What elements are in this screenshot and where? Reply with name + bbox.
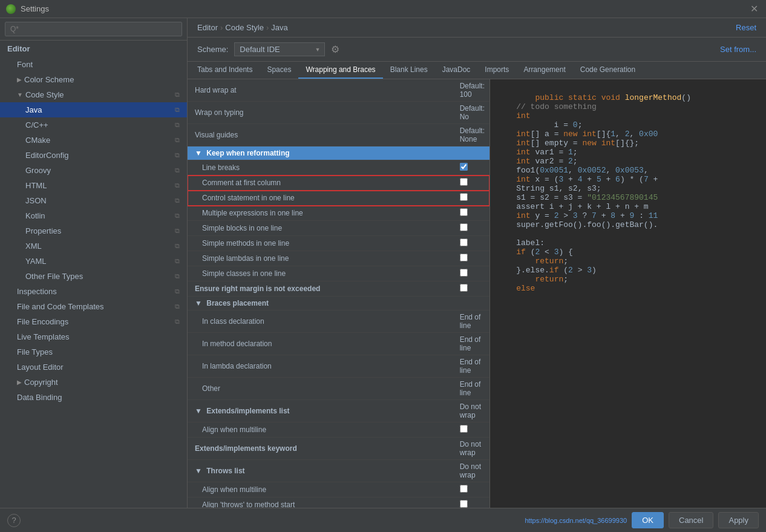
table-row: Other End of line (188, 378, 489, 400)
cancel-button[interactable]: Cancel (669, 512, 713, 528)
sidebar-item-kotlin[interactable]: Kotlin ⧉ (0, 208, 187, 223)
table-row: In class declaration End of line (188, 310, 489, 333)
sidebar-item-yaml[interactable]: YAML ⧉ (0, 254, 187, 269)
sidebar-item-data-binding[interactable]: Data Binding (0, 390, 187, 405)
copy-icon-java: ⧉ (175, 106, 180, 114)
copy-icon-properties: ⧉ (175, 227, 180, 235)
breadcrumb-sep2: › (266, 23, 269, 32)
sidebar-item-code-style[interactable]: ▼ Code Style ⧉ (0, 87, 187, 102)
search-input[interactable] (5, 22, 182, 36)
copy-icon-cpp: ⧉ (175, 121, 180, 129)
copy-icon-groovy: ⧉ (175, 166, 180, 174)
row-value-throws-list: Do not wrap (455, 460, 489, 482)
row-value-lambda-decl: End of line (455, 355, 489, 378)
row-value-hardwrap: Default: 100 (455, 79, 489, 102)
tab-tabs-indents[interactable]: Tabs and Indents (190, 62, 260, 79)
copy-icon-xml: ⧉ (175, 242, 180, 250)
arrow-down-icon: ▼ (17, 91, 23, 98)
table-row: Simple methods in one line (188, 236, 489, 251)
sidebar-item-font[interactable]: Font (0, 57, 187, 72)
settings-panel: Hard wrap at Default: 100 Wrap on typing… (188, 79, 490, 508)
preview-panel: public static void longerMethod() // tod… (490, 79, 766, 508)
row-label-method-decl: In method declaration (188, 333, 455, 355)
checkbox-comment-first[interactable] (460, 178, 468, 186)
section-braces-text: Braces placement (206, 299, 269, 307)
sidebar-item-layout-editor[interactable]: Layout Editor (0, 360, 187, 375)
section-down-arrow: ▼ (195, 149, 202, 157)
sidebar-item-properties[interactable]: Properties ⧉ (0, 223, 187, 238)
gear-icon[interactable]: ⚙ (331, 44, 339, 55)
sidebar-item-copyright[interactable]: ▶ Copyright (0, 375, 187, 390)
help-button[interactable]: ? (7, 514, 21, 527)
set-from-button[interactable]: Set from... (720, 45, 756, 54)
table-row: Hard wrap at Default: 100 (188, 79, 489, 102)
reset-button[interactable]: Reset (736, 23, 756, 32)
sidebar-item-color-scheme-label: Color Scheme (24, 75, 74, 84)
close-button[interactable]: ✕ (748, 3, 760, 15)
bottom-left: ? (7, 514, 21, 527)
settings-preview: Hard wrap at Default: 100 Wrap on typing… (188, 79, 766, 508)
breadcrumb-code-style: Code Style (225, 23, 264, 32)
sidebar-item-other-file-types[interactable]: Other File Types ⧉ (0, 269, 187, 284)
row-text-ensure-margin: Ensure right margin is not exceeded (195, 284, 320, 293)
sidebar-item-html[interactable]: HTML ⧉ (0, 178, 187, 193)
copy-icon-fct: ⧉ (175, 303, 180, 310)
section-extends-label: ▼ Extends/implements list (188, 400, 455, 422)
sidebar-item-live-templates[interactable]: Live Templates (0, 329, 187, 344)
sidebar-item-cmake[interactable]: CMake ⧉ (0, 133, 187, 148)
table-row: Simple blocks in one line (188, 221, 489, 236)
checkbox-align-throws-method[interactable] (460, 500, 468, 508)
tab-wrapping-braces[interactable]: Wrapping and Braces (298, 62, 382, 79)
copy-icon-inspections: ⧉ (175, 287, 180, 295)
row-value-class-decl: End of line (455, 310, 489, 333)
bottom-bar: ? https://blog.csdn.net/qq_36699930 OK C… (0, 508, 766, 532)
sidebar-item-inspections[interactable]: Inspections ⧉ (0, 284, 187, 299)
row-check-linebreaks (455, 160, 489, 176)
section-braces-label: ▼ Braces placement (188, 297, 489, 310)
sidebar-item-xml[interactable]: XML ⧉ (0, 238, 187, 254)
tab-javadoc[interactable]: JavaDoc (435, 62, 478, 79)
sidebar-item-cpp[interactable]: C/C++ ⧉ (0, 117, 187, 133)
tab-blank-lines[interactable]: Blank Lines (383, 62, 435, 79)
main-layout: Editor Font ▶ Color Scheme ▼ Code Style … (0, 18, 766, 508)
checkbox-simple-methods[interactable] (460, 238, 468, 246)
checkbox-ensure-margin[interactable] (460, 284, 468, 292)
checkbox-align-throws[interactable] (460, 485, 468, 493)
braces-arrow: ▼ (195, 299, 202, 307)
checkbox-control-stmt[interactable] (460, 193, 468, 201)
scheme-left: Scheme: Default IDE ⚙ (197, 42, 339, 56)
checkbox-linebreaks[interactable] (460, 163, 468, 171)
sidebar-item-file-encodings[interactable]: File Encodings ⧉ (0, 314, 187, 329)
sidebar-item-file-types[interactable]: File Types (0, 344, 187, 360)
tab-imports[interactable]: Imports (477, 62, 516, 79)
copy-icon: ⧉ (175, 91, 180, 99)
apply-button[interactable]: Apply (718, 512, 759, 528)
section-throws-text: Throws list (206, 467, 244, 475)
checkbox-simple-classes[interactable] (460, 269, 468, 277)
row-label-align-extends: Align when multiline (188, 422, 455, 438)
content-area: Editor › Code Style › Java Reset Scheme:… (188, 18, 766, 508)
tab-code-generation[interactable]: Code Generation (573, 62, 643, 79)
sidebar-item-data-binding-label: Data Binding (17, 393, 62, 402)
checkbox-simple-blocks[interactable] (460, 223, 468, 231)
sidebar-item-java-label: Java (25, 105, 42, 114)
checkbox-align-extends[interactable] (460, 425, 468, 433)
tab-arrangement[interactable]: Arrangement (516, 62, 572, 79)
sidebar-item-java[interactable]: Java ⧉ (0, 102, 187, 117)
table-row-section-extends: ▼ Extends/implements list Do not wrap (188, 400, 489, 422)
sidebar-item-file-code-templates[interactable]: File and Code Templates ⧉ (0, 299, 187, 314)
row-check-simple-lambdas (455, 251, 489, 266)
sidebar-item-json[interactable]: JSON ⧉ (0, 193, 187, 208)
sidebar-item-editorconfig[interactable]: EditorConfig ⧉ (0, 148, 187, 163)
ok-button[interactable]: OK (632, 512, 664, 528)
row-label-hardwrap: Hard wrap at (188, 79, 455, 102)
checkbox-multi-expr[interactable] (460, 208, 468, 216)
checkbox-simple-lambdas[interactable] (460, 254, 468, 261)
row-check-comment-first (455, 176, 489, 191)
sidebar-item-groovy[interactable]: Groovy ⧉ (0, 163, 187, 178)
tab-spaces[interactable]: Spaces (260, 62, 298, 79)
sidebar-search-wrapper (0, 18, 187, 41)
sidebar-item-color-scheme[interactable]: ▶ Color Scheme (0, 72, 187, 87)
row-label-extends-kw: Extends/implements keyword (188, 438, 455, 460)
scheme-select[interactable]: Default IDE (234, 42, 325, 56)
